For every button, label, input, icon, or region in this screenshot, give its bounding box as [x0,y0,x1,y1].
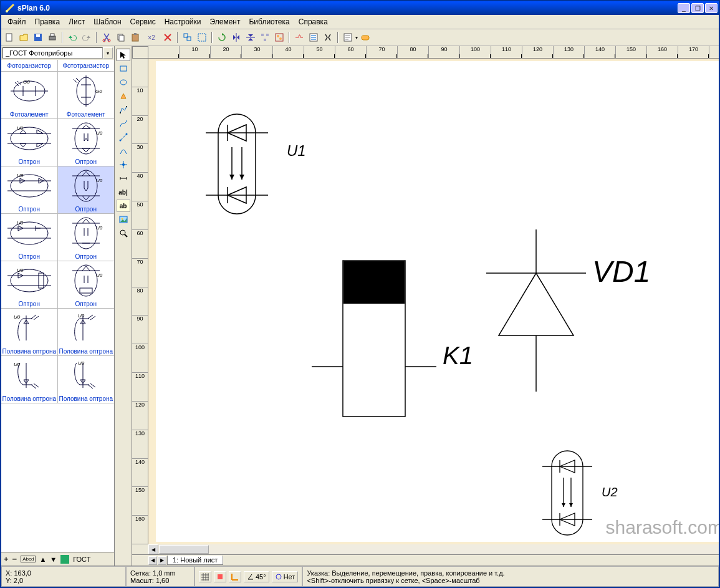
lib-rename-button[interactable]: Abcd [21,556,36,562]
lib-add-button[interactable]: + [4,554,9,564]
library-item[interactable]: U0 Половина оптрона [58,309,115,355]
svg-text:U0: U0 [96,272,103,278]
tool-pointer[interactable] [117,49,130,61]
horizontal-scrollbar[interactable]: ◀ ▶ [148,544,720,554]
menu-template[interactable]: Шаблон [90,16,125,27]
menu-file[interactable]: Файл [4,16,30,27]
menu-help[interactable]: Справка [295,16,332,27]
scroll-thumb-h[interactable] [159,545,209,554]
svg-point-79 [126,106,127,107]
library-item[interactable]: U0 Оптрон [1,214,58,261]
component-k1[interactable]: K1 [312,254,436,424]
library-item[interactable]: U0 Оптрон [1,119,58,166]
library-item[interactable]: U0 Оптрон [58,214,115,261]
list-button[interactable] [307,31,320,44]
ruler-horizontal[interactable]: 1020304050607080901001101201301401501601… [148,46,720,59]
component-u2[interactable]: U2 [542,448,605,542]
library-item[interactable]: U0 Оптрон [1,261,58,308]
canvas[interactable]: U1 K1 [148,59,720,544]
svg-text:G0: G0 [23,79,30,85]
menu-service[interactable]: Сервис [127,16,160,27]
library-item-selected[interactable]: U0 Оптрон [58,166,115,213]
tool-node[interactable] [117,158,130,171]
grid-toggle-button[interactable] [199,571,211,582]
menu-element[interactable]: Элемент [206,16,244,27]
lib-down-button[interactable]: ▼ [50,556,57,563]
align-button[interactable] [258,31,272,44]
menu-settings[interactable]: Настройки [161,16,205,27]
group-button[interactable] [272,31,286,44]
tool-poly[interactable] [117,104,130,116]
rotate-button[interactable] [215,31,229,44]
snap-mode-button[interactable]: Нет [272,571,299,582]
tool-circle[interactable] [117,76,130,89]
lib-flag-icon [60,555,69,564]
tool-curve[interactable] [117,117,130,130]
snap-button[interactable] [292,31,306,44]
ruler-vertical[interactable]: 102030405060708090100110120130140150160 [132,59,148,544]
tool-rect[interactable] [117,62,130,75]
menu-sheet[interactable]: Лист [65,16,89,27]
tool-textblock[interactable]: ab [117,200,130,212]
snap-toggle-button[interactable] [214,571,226,582]
mirror-v-button[interactable] [244,31,257,44]
library-dropdown-button[interactable]: ▾ [103,47,113,59]
lib-up-button[interactable]: ▲ [39,556,46,563]
restore-button[interactable]: ❐ [691,3,704,13]
svg-rect-10 [132,34,138,41]
paste-button[interactable] [128,31,142,44]
svg-text:U0: U0 [96,225,103,231]
tool-line[interactable] [117,131,130,143]
menu-edit[interactable]: Правка [31,16,64,27]
library-item[interactable]: U0 Половина оптрона [1,356,58,403]
highlight-button[interactable] [358,31,372,44]
library-item[interactable]: U0 Половина оптрона [1,309,58,355]
save-button[interactable] [31,31,45,44]
tab-nav-first[interactable]: ◀ [148,556,157,565]
lib-remove-button[interactable]: − [12,554,17,564]
delete-button[interactable] [161,31,175,44]
tool-image[interactable] [117,213,130,226]
print-button[interactable] [46,31,59,44]
cut-button[interactable] [100,31,113,44]
new-button[interactable] [2,31,16,44]
redo-button[interactable] [80,31,94,44]
duplicate-button[interactable] [181,31,194,44]
library-item[interactable]: U0 Оптрон [58,119,115,166]
library-item[interactable]: U0 Оптрон [58,261,115,308]
tool-bezier[interactable] [117,145,130,157]
svg-text:U0: U0 [96,178,103,183]
component-label: U1 [287,142,306,160]
close-button[interactable]: ✕ [705,3,718,13]
find-button[interactable] [321,31,335,44]
tool-shape[interactable] [117,90,130,102]
library-item[interactable]: U0 Половина оптрона [58,356,115,403]
undo-button[interactable] [65,31,79,44]
sheet-tab[interactable]: 1: Новый лист [167,556,223,565]
library-item[interactable]: G0 Фотоэлемент [1,72,58,118]
minimize-button[interactable]: _ [678,3,690,13]
copy-button[interactable] [114,31,128,44]
ortho-toggle-button[interactable] [229,571,241,582]
tool-text[interactable]: ab| [117,186,130,198]
component-u1[interactable]: U1 [206,111,281,224]
library-item[interactable]: G0 Фотоэлемент [58,72,115,118]
library-grid: Фоторанзистор Фототранзистор G0 Фотоэлем… [1,60,114,552]
library-item[interactable]: Фототранзистор [58,60,115,71]
select-all-button[interactable] [195,31,209,44]
tool-dimension[interactable] [117,172,130,185]
library-item[interactable]: Фоторанзистор [1,60,58,71]
menu-library[interactable]: Библиотека [245,16,293,27]
svg-rect-76 [120,66,127,71]
paste-x2-button[interactable]: ×2 [143,31,160,44]
mirror-h-button[interactable] [229,31,243,44]
scroll-left-button[interactable]: ◀ [148,544,158,554]
library-item[interactable]: U0 Оптрон [1,166,58,213]
tool-zoom[interactable] [117,227,130,239]
open-button[interactable] [17,31,31,44]
library-select[interactable] [2,47,103,59]
properties-button[interactable] [341,31,355,44]
tab-nav-last[interactable]: ▶ [158,556,166,565]
angle-button[interactable]: 45° [244,571,269,582]
component-vd1[interactable]: VD1 [480,229,592,399]
